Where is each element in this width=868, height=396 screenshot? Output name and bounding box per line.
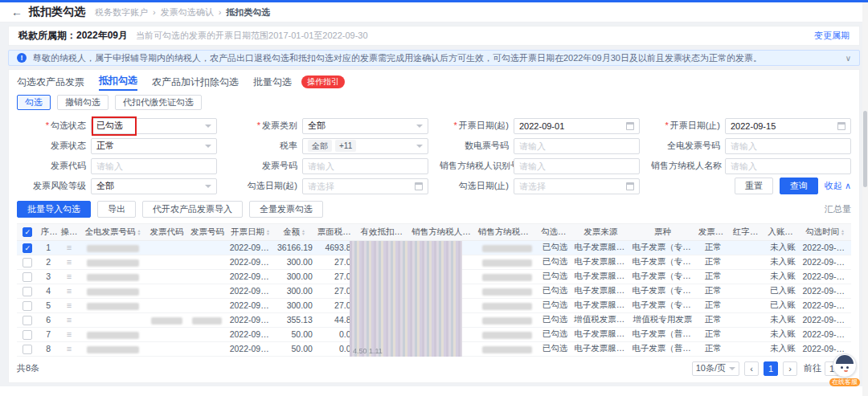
row-checkbox[interactable] bbox=[23, 316, 32, 325]
form-field-invoice-no: 发票号码 bbox=[228, 157, 428, 174]
redacted-value bbox=[87, 332, 139, 339]
tab-agricultural-extra-deduction[interactable]: 农产品加计扣除勾选 bbox=[152, 76, 239, 89]
reset-button[interactable]: 重置 bbox=[735, 178, 773, 194]
tab-deduction-check[interactable]: 抵扣勾选 bbox=[99, 74, 137, 91]
column-header-status: 勾选状态 bbox=[538, 224, 571, 240]
digital-invoice-no-input[interactable] bbox=[514, 138, 640, 154]
select-all-header[interactable]: ✓ bbox=[17, 224, 39, 240]
breadcrumb-item[interactable]: 税务数字账户 bbox=[95, 6, 148, 18]
back-arrow-icon[interactable]: ← bbox=[11, 6, 23, 18]
row-detail-icon[interactable]: ≡ bbox=[67, 329, 72, 339]
row-detail-icon[interactable]: ≡ bbox=[67, 286, 72, 296]
column-header-tax[interactable]: 票面税额▲▼ bbox=[315, 224, 358, 240]
text-input[interactable] bbox=[731, 141, 845, 151]
page-size-select[interactable]: 10条/页 bbox=[692, 361, 739, 376]
e-invoice-no-input[interactable] bbox=[725, 138, 851, 154]
check-date-start-date-picker[interactable] bbox=[302, 178, 428, 194]
text-input[interactable] bbox=[308, 161, 423, 171]
cell-type: 电子发票（专用发票） bbox=[629, 255, 695, 269]
batch-import-check-button[interactable]: 批量导入勾选 bbox=[17, 201, 91, 218]
breadcrumb-separator: › bbox=[219, 7, 222, 17]
redacted-value bbox=[482, 259, 531, 267]
subtab-undo-check[interactable]: 撤销勾选 bbox=[57, 95, 108, 110]
change-period-link[interactable]: 变更属期 bbox=[814, 30, 850, 42]
invoice-status-select[interactable]: 正常 bbox=[91, 138, 217, 154]
vertical-scrollbar[interactable] bbox=[862, 2, 868, 396]
seller-tax-id-input[interactable] bbox=[514, 158, 640, 174]
page-number-button[interactable]: 1 bbox=[764, 361, 778, 376]
subtab-check[interactable]: 勾选 bbox=[17, 95, 51, 110]
risk-level-select[interactable]: 全部 bbox=[91, 178, 217, 194]
row-detail-icon[interactable]: ≡ bbox=[67, 257, 72, 267]
summary-count-link[interactable]: 汇总量 bbox=[825, 203, 851, 215]
date-input[interactable] bbox=[519, 182, 626, 191]
sort-icon[interactable]: ▲▼ bbox=[353, 229, 357, 235]
row-detail-icon[interactable]: ≡ bbox=[67, 344, 72, 353]
cell-date: 2022-09-14 bbox=[227, 341, 274, 356]
sort-icon[interactable]: ▲▼ bbox=[266, 229, 270, 235]
row-detail-icon[interactable]: ≡ bbox=[67, 315, 72, 325]
tag[interactable]: +11 bbox=[335, 140, 356, 152]
invoice-category-select[interactable]: 全部 bbox=[302, 118, 428, 134]
field-label: 发票号码 bbox=[228, 160, 302, 172]
row-checkbox[interactable] bbox=[23, 287, 32, 296]
row-checkbox[interactable] bbox=[23, 345, 32, 354]
row-checkbox[interactable] bbox=[23, 301, 32, 311]
text-input[interactable] bbox=[519, 161, 634, 171]
text-input[interactable] bbox=[519, 141, 634, 151]
column-header-date[interactable]: 开票日期▲▼ bbox=[227, 224, 274, 240]
date-input[interactable] bbox=[308, 182, 415, 191]
subtab-withholding-voucher[interactable]: 代扣代缴凭证勾选 bbox=[115, 95, 202, 110]
row-checkbox[interactable] bbox=[23, 330, 32, 340]
cell-seller_id bbox=[476, 284, 538, 298]
tab-agricultural-invoice[interactable]: 勾选农产品发票 bbox=[17, 76, 84, 89]
scrollbar-thumb[interactable] bbox=[863, 111, 867, 187]
issue-date-start-date-picker[interactable] bbox=[514, 118, 640, 134]
row-checkbox[interactable] bbox=[23, 272, 32, 282]
column-header-valid_tax[interactable]: 有效抵扣税额▲▼ bbox=[358, 224, 409, 240]
form-field-check-status: 勾选状态已勾选 bbox=[17, 117, 217, 134]
row-detail-icon[interactable]: ≡ bbox=[67, 271, 72, 281]
check-date-end-date-picker[interactable] bbox=[514, 178, 640, 194]
cell-idx: 4 bbox=[39, 284, 59, 298]
cell-status: 已勾选 bbox=[538, 298, 571, 312]
cell-date: 2022-09-15 bbox=[227, 240, 274, 255]
select-all-checkbox[interactable]: ✓ bbox=[23, 227, 32, 237]
sort-icon[interactable]: ▲▼ bbox=[841, 229, 845, 235]
full-invoice-check-button[interactable]: 全量发票勾选 bbox=[249, 201, 323, 218]
row-checkbox[interactable]: ✓ bbox=[23, 243, 32, 253]
cell-date: 2022-09-15 bbox=[227, 298, 274, 312]
issue-date-end-date-picker[interactable] bbox=[725, 118, 851, 134]
text-input[interactable] bbox=[731, 161, 845, 171]
tag[interactable]: 全部 bbox=[308, 140, 332, 152]
date-input[interactable] bbox=[731, 121, 837, 131]
column-header-amount[interactable]: 金额▲▼ bbox=[273, 224, 315, 240]
column-header-e_no[interactable]: 全电发票号码▲▼ bbox=[80, 224, 145, 240]
text-input[interactable] bbox=[96, 161, 211, 171]
invoice-code-input[interactable] bbox=[91, 158, 217, 174]
seller-name-input[interactable] bbox=[725, 158, 851, 174]
search-button[interactable]: 查询 bbox=[780, 178, 818, 194]
export-button[interactable]: 导出 bbox=[97, 201, 136, 218]
next-page-button[interactable]: › bbox=[783, 361, 797, 376]
sort-icon[interactable]: ▲▼ bbox=[301, 229, 305, 235]
tab-batch-check[interactable]: 批量勾选 bbox=[253, 76, 292, 89]
customer-service-mascot[interactable]: 在线客服 bbox=[829, 353, 860, 386]
tax-rate-select[interactable]: 全部+11 bbox=[302, 138, 428, 154]
row-detail-icon[interactable]: ≡ bbox=[67, 243, 72, 252]
notice-collapse-icon[interactable]: ∨ bbox=[845, 54, 851, 63]
check-status-select[interactable]: 已勾选 bbox=[91, 118, 217, 134]
sort-icon[interactable]: ▲▼ bbox=[137, 229, 141, 235]
invoice-no-input[interactable] bbox=[302, 158, 428, 174]
guide-badge[interactable]: 操作指引 bbox=[301, 76, 345, 88]
date-input[interactable] bbox=[519, 121, 626, 131]
prev-page-button[interactable]: ‹ bbox=[744, 361, 759, 376]
agricultural-invoice-import-button[interactable]: 代开农产品发票导入 bbox=[142, 201, 243, 218]
cell-red_flag bbox=[731, 269, 765, 284]
row-checkbox[interactable] bbox=[23, 258, 32, 267]
breadcrumb-item[interactable]: 发票勾选确认 bbox=[161, 6, 214, 18]
collapse-link[interactable]: 收起 ∧ bbox=[825, 180, 851, 192]
cell-idx: 3 bbox=[39, 269, 59, 284]
column-header-time[interactable]: 勾选时间▲▼ bbox=[800, 224, 850, 240]
row-detail-icon[interactable]: ≡ bbox=[67, 300, 72, 310]
